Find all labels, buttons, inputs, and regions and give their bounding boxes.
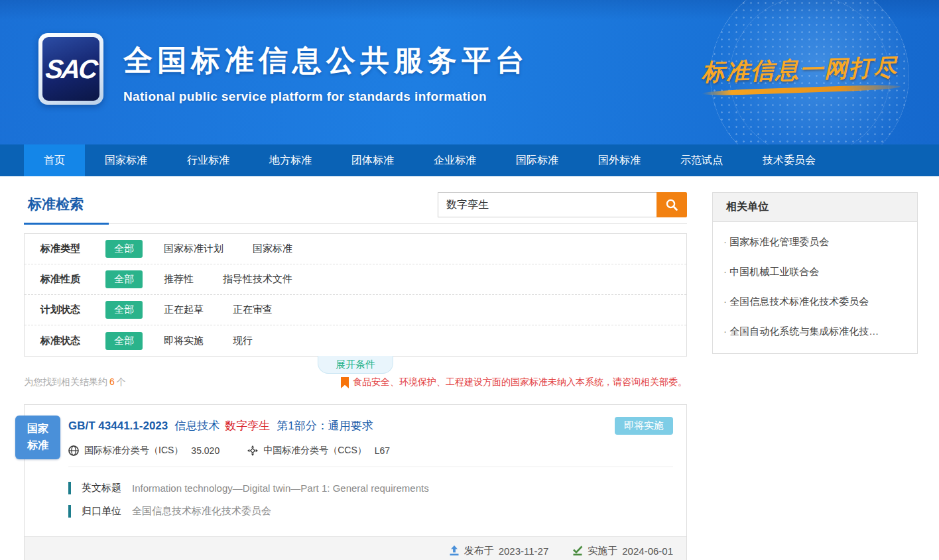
implement-date-item: 实施于 2024-06-01 [572,545,673,557]
filter-label: 标准类型 [40,243,105,255]
site-title: 全国标准信息公共服务平台 [123,41,529,80]
search-section-head: 标准检索 [24,192,687,224]
filter-label: 标准性质 [40,273,105,286]
compass-icon [247,445,258,456]
filter-all-button[interactable]: 全部 [105,301,143,319]
globe-icon [68,445,79,456]
nav-item-technical-committee[interactable]: 技术委员会 [743,144,836,176]
standard-title-highlight[interactable]: 数字孪生 [225,418,270,433]
bookmark-icon [341,377,349,388]
search-icon [665,198,678,211]
sac-logo-text: SAC [44,54,97,84]
upload-icon [449,545,460,556]
nav-item-national-standards[interactable]: 国家标准 [85,144,167,176]
filter-option[interactable]: 指导性技术文件 [223,273,292,286]
nav-item-foreign-standards[interactable]: 国外标准 [578,144,660,176]
standard-type-badge: 国家 标准 [15,416,60,459]
filter-option[interactable]: 现行 [233,335,253,347]
publish-date: 2023-11-27 [499,545,549,557]
filter-row-standard-type: 标准类型 全部 国家标准计划 国家标准 [25,234,686,264]
filter-all-button[interactable]: 全部 [105,270,143,288]
implement-date: 2024-06-01 [622,545,673,557]
page-title: 标准检索 [24,192,85,213]
field-row-committee: 归口单位 全国信息技术标准化技术委员会 [68,505,673,518]
filter-row-standard-status: 标准状态 全部 即将实施 现行 [25,325,686,356]
standard-fields: 英文标题 Information technology—Digital twin… [68,467,673,531]
standard-title-row: GB/T 43441.1-2023 信息技术 数字孪生 第1部分：通用要求 即将… [68,417,673,435]
system-notice: 食品安全、环境保护、工程建设方面的国家标准未纳入本系统，请咨询相关部委。 [341,376,687,388]
ccs-label: 中国标准分类号（CCS） [263,445,367,457]
header-banner: SAC 全国标准信息公共服务平台 National public service… [0,0,939,144]
search-bar [438,192,687,217]
card-footer: 发布于 2023-11-27 实施于 2024-06-01 [25,536,686,560]
standard-result-card: 国家 标准 GB/T 43441.1-2023 信息技术 数字孪生 第1部分：通… [24,404,687,560]
classification-row: 国际标准分类号（ICS） 35.020 [68,445,673,467]
ics-classification: 国际标准分类号（ICS） 35.020 [68,445,219,457]
filter-all-button[interactable]: 全部 [105,240,143,258]
filter-option[interactable]: 推荐性 [164,273,194,286]
search-button[interactable] [657,192,687,217]
ccs-classification: 中国标准分类号（CCS） L67 [247,445,390,457]
related-units-panel: 相关单位 国家标准化管理委员会 中国机械工业联合会 全国信息技术标准化技术委员会… [712,192,918,354]
sac-logo: SAC [38,33,103,105]
results-info-row: 为您找到相关结果约6个 食品安全、环境保护、工程建设方面的国家标准未纳入本系统，… [24,376,687,388]
nav-item-enterprise-standards[interactable]: 企业标准 [414,144,496,176]
page-content: 标准检索 标准类型 全部 国家标准计划 国家标准 [0,176,939,560]
status-badge: 即将实施 [615,417,673,435]
field-row-english-title: 英文标题 Information technology—Digital twin… [68,482,673,494]
notice-text: 食品安全、环境保护、工程建设方面的国家标准未纳入本系统，请咨询相关部委。 [353,376,687,388]
filter-option[interactable]: 国家标准计划 [164,243,223,255]
filter-option[interactable]: 即将实施 [164,335,204,347]
nav-item-local-standards[interactable]: 地方标准 [249,144,332,176]
search-input[interactable] [438,192,657,217]
standard-title-part[interactable]: 第1部分：通用要求 [277,418,373,433]
site-subtitle: National public service platform for sta… [123,89,529,104]
filter-label: 计划状态 [40,304,105,316]
ics-label: 国际标准分类号（ICS） [84,445,183,457]
filter-option[interactable]: 正在起草 [164,304,204,316]
filter-panel: 标准类型 全部 国家标准计划 国家标准 标准性质 全部 推荐性 指导性技术文件 … [24,233,687,357]
nav-item-home[interactable]: 首页 [24,144,85,176]
nav-item-pilot[interactable]: 示范试点 [660,144,743,176]
nav-item-group-standards[interactable]: 团体标准 [332,144,414,176]
filter-row-standard-nature: 标准性质 全部 推荐性 指导性技术文件 [25,264,686,295]
standard-code-link[interactable]: GB/T 43441.1-2023 [68,420,168,433]
ics-value: 35.020 [191,445,219,456]
title-underline [24,223,109,225]
filter-row-plan-status: 计划状态 全部 正在起草 正在审查 [25,295,686,325]
related-unit-link[interactable]: 国家标准化管理委员会 [713,227,917,257]
field-bar [68,482,71,494]
result-count: 为您找到相关结果约6个 [24,376,126,388]
check-icon [572,545,583,556]
filter-option[interactable]: 国家标准 [253,243,292,255]
nav-item-international-standards[interactable]: 国际标准 [496,144,578,176]
standard-title-part[interactable]: 信息技术 [174,418,219,433]
banner-slogan: 标准信息一网打尽 [701,52,898,88]
filter-all-button[interactable]: 全部 [105,332,143,350]
filter-label: 标准状态 [40,335,105,347]
main-column: 标准检索 标准类型 全部 国家标准计划 国家标准 [24,192,687,560]
ccs-value: L67 [375,445,390,456]
filter-option[interactable]: 正在审查 [233,304,273,316]
related-units-title: 相关单位 [713,193,917,222]
field-bar [68,505,71,518]
expand-conditions-button[interactable]: 展开条件 [318,356,393,374]
result-count-number: 6 [107,376,117,387]
nav-item-industry-standards[interactable]: 行业标准 [167,144,249,176]
related-unit-link[interactable]: 全国信息技术标准化技术委员会 [713,287,917,317]
main-nav: 首页 国家标准 行业标准 地方标准 团体标准 企业标准 国际标准 国外标准 示范… [0,144,939,176]
related-unit-link[interactable]: 全国自动化系统与集成标准化技… [713,317,917,347]
publish-date-item: 发布于 2023-11-27 [449,545,549,557]
related-unit-link[interactable]: 中国机械工业联合会 [713,257,917,287]
